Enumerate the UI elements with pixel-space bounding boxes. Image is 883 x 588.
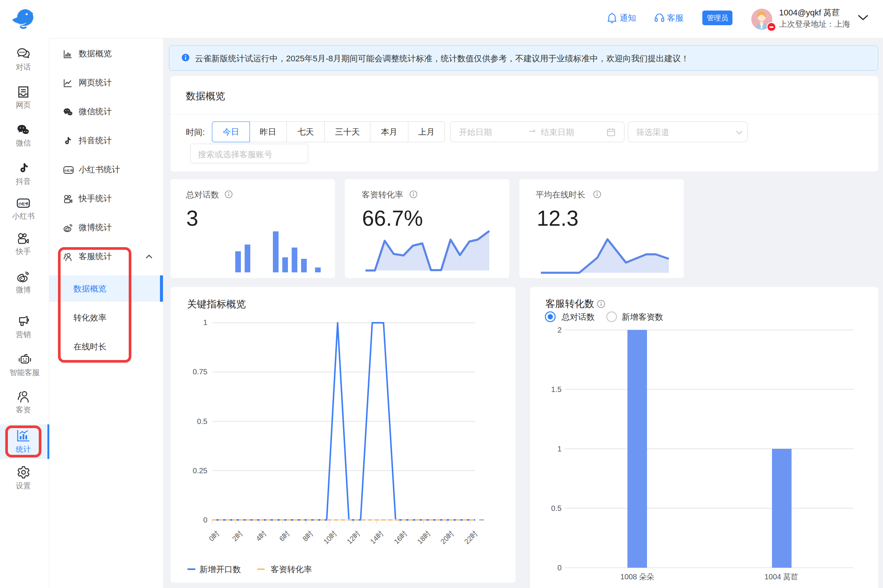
svg-text:小红书: 小红书: [18, 202, 29, 206]
svg-text:10时: 10时: [322, 529, 338, 545]
svg-text:新增客资数: 新增客资数: [622, 312, 663, 322]
svg-text:新增开口数: 新增开口数: [199, 565, 241, 574]
svg-text:2时: 2时: [231, 529, 244, 543]
svg-text:小红书: 小红书: [64, 169, 73, 172]
svg-text:0.5: 0.5: [551, 504, 562, 512]
svg-text:客资转化率: 客资转化率: [271, 565, 312, 574]
svg-text:14时: 14时: [369, 529, 385, 545]
svg-text:18时: 18时: [416, 529, 432, 545]
svg-text:20时: 20时: [439, 529, 455, 545]
svg-text:4时: 4时: [254, 529, 268, 543]
svg-text:1: 1: [203, 318, 207, 327]
svg-text:总对话数: 总对话数: [561, 312, 595, 322]
svg-text:1004 莴苣: 1004 莴苣: [764, 573, 798, 581]
svg-text:0.75: 0.75: [193, 368, 207, 376]
svg-text:1008 朵朵: 1008 朵朵: [620, 573, 654, 581]
svg-text:6时: 6时: [278, 529, 291, 543]
svg-text:8时: 8时: [301, 529, 315, 543]
svg-text:0.5: 0.5: [197, 417, 207, 425]
svg-text:22时: 22时: [463, 529, 479, 545]
svg-text:1.5: 1.5: [551, 385, 562, 394]
svg-text:16时: 16时: [393, 529, 409, 545]
svg-text:0: 0: [557, 564, 562, 572]
svg-text:0.25: 0.25: [193, 466, 207, 475]
svg-text:0时: 0时: [207, 529, 221, 543]
svg-text:12时: 12时: [346, 529, 362, 545]
svg-text:1: 1: [557, 445, 562, 453]
svg-text:0: 0: [203, 516, 207, 524]
svg-text:2: 2: [557, 326, 562, 334]
